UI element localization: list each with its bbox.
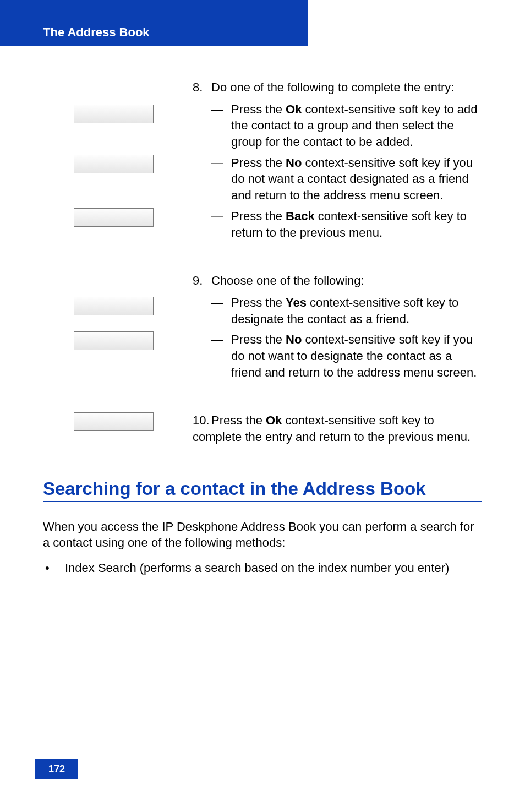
softkey-button[interactable] (74, 412, 154, 431)
softkey-button[interactable] (74, 297, 154, 315)
step9-item-2: Press the No context-sensitive soft key … (231, 331, 482, 380)
header-bar: The Address Book (0, 0, 308, 46)
step-number-10: 10. (193, 412, 211, 429)
softkey-button[interactable] (74, 155, 154, 173)
softkey-button[interactable] (74, 208, 154, 227)
section-title: The Address Book (43, 25, 150, 40)
step-number-9: 9. (193, 273, 211, 289)
step8-item-3: Press the Back context-sensitive soft ke… (231, 208, 482, 241)
dash-icon: — (211, 101, 231, 150)
step8-lead: Do one of the following to complete the … (211, 80, 454, 94)
step9-item-1: Press the Yes context-sensitive soft key… (231, 295, 482, 327)
step8-item-2: Press the No context-sensitive soft key … (231, 155, 482, 204)
dash-icon: — (211, 295, 231, 327)
step10-text: Press the Ok context-sensitive soft key … (193, 413, 471, 444)
intro-paragraph: When you access the IP Deskphone Address… (43, 519, 482, 551)
step-number-8: 8. (193, 79, 211, 96)
bullet-icon: • (43, 560, 65, 576)
step9-lead: Choose one of the following: (211, 274, 364, 287)
softkey-button[interactable] (74, 105, 154, 123)
dash-icon: — (211, 208, 231, 241)
softkey-button[interactable] (74, 331, 154, 350)
step8-item-1: Press the Ok context-sensitive soft key … (231, 101, 482, 150)
dash-icon: — (211, 331, 231, 380)
dash-icon: — (211, 155, 231, 204)
page-number: 172 (35, 759, 78, 779)
bullet-item-1: Index Search (performs a search based on… (65, 560, 449, 576)
section-heading: Searching for a contact in the Address B… (43, 478, 482, 502)
